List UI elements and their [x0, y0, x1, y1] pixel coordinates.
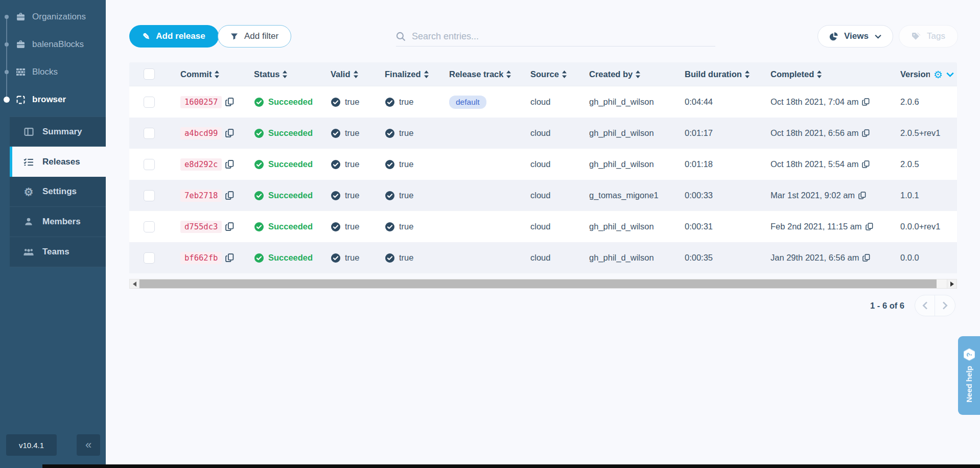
commit-hash[interactable]: 7eb2718 [180, 190, 222, 202]
check-circle-icon [331, 159, 341, 170]
check-circle-icon [254, 253, 264, 263]
table-row[interactable]: bf662fb Succeeded true true cloud gh_phi… [129, 242, 957, 273]
sort-icon [506, 71, 511, 78]
tree-dot [5, 42, 9, 46]
app-menu: Summary Releases ⚙ Settings Members [10, 116, 106, 267]
sidebar-item-teams[interactable]: Teams [10, 237, 106, 267]
org-tree: Organizations balenaBlocks Blocks [0, 0, 106, 113]
version-text: 2.0.6 [900, 97, 957, 107]
check-circle-icon [385, 222, 395, 232]
scroll-left-button[interactable] [130, 279, 139, 288]
copy-icon[interactable] [862, 129, 870, 137]
copy-icon[interactable] [862, 160, 870, 168]
copy-icon[interactable] [225, 98, 234, 106]
version-text: 1.0.1 [900, 191, 957, 200]
status-text: Succeeded [268, 159, 313, 169]
row-checkbox[interactable] [144, 252, 155, 264]
scrollbar-thumb[interactable] [139, 279, 937, 288]
copy-icon[interactable] [225, 222, 234, 231]
sidebar-item-settings[interactable]: ⚙ Settings [10, 177, 106, 207]
views-button[interactable]: Views [818, 25, 893, 48]
dashboard-version: v10.4.1 [6, 434, 57, 456]
row-checkbox[interactable] [144, 190, 155, 201]
gear-icon: ⚙ [23, 186, 34, 197]
column-header-created-by[interactable]: Created by [589, 69, 685, 79]
row-checkbox[interactable] [144, 221, 155, 232]
chevron-right-icon [942, 301, 948, 310]
collapse-sidebar-button[interactable]: « [77, 434, 100, 456]
column-header-finalized[interactable]: Finalized [385, 69, 449, 79]
triangle-right-icon [950, 282, 954, 287]
copy-icon[interactable] [225, 160, 234, 169]
sidebar-item-balenablocks[interactable]: balenaBlocks [0, 31, 106, 58]
column-settings-control[interactable]: ⚙ [934, 62, 954, 86]
sidebar-item-label: Members [42, 217, 81, 227]
check-circle-icon [254, 128, 264, 138]
copy-icon[interactable] [858, 192, 866, 199]
table-row[interactable]: a4bcd99 Succeeded true true cloud gh_phi… [129, 118, 957, 149]
row-checkbox[interactable] [144, 128, 155, 139]
table-header-row: Commit Status Valid Finalized Release tr… [129, 62, 957, 86]
sidebar-item-summary[interactable]: Summary [10, 116, 106, 147]
copy-icon[interactable] [866, 223, 873, 230]
sort-icon [282, 71, 288, 78]
column-header-release-track[interactable]: Release track [449, 69, 530, 79]
check-circle-icon [331, 191, 341, 201]
previous-page-button[interactable] [915, 295, 935, 316]
tags-label: Tags [927, 31, 945, 41]
need-help-button[interactable]: Need help ? [958, 336, 980, 415]
sidebar-item-label: Settings [42, 186, 77, 197]
column-header-status[interactable]: Status [254, 69, 331, 79]
column-header-completed[interactable]: Completed [771, 69, 900, 79]
copy-icon[interactable] [862, 98, 870, 106]
completed-text: Oct 18th 2021, 6:56 am [771, 128, 858, 138]
add-filter-button[interactable]: Add filter [218, 25, 291, 48]
table-row[interactable]: 7eb2718 Succeeded true true cloud g_toma… [129, 180, 957, 211]
check-circle-icon [331, 222, 341, 232]
copy-icon[interactable] [862, 254, 870, 262]
select-all-checkbox[interactable] [144, 68, 155, 80]
sort-icon [562, 71, 567, 78]
tags-button[interactable]: Tags [899, 25, 958, 48]
created-by-text: gh_phil_d_wilson [589, 159, 685, 169]
table-row[interactable]: 1600257 Succeeded true true default clou… [129, 86, 957, 118]
finalized-text: true [399, 128, 413, 138]
row-checkbox[interactable] [144, 159, 155, 170]
row-checkbox[interactable] [144, 97, 155, 108]
next-page-button[interactable] [935, 295, 955, 316]
commit-hash[interactable]: 1600257 [180, 96, 222, 108]
filter-funnel-icon [230, 33, 238, 40]
pagination: 1 - 6 of 6 [870, 295, 955, 316]
status-text: Succeeded [268, 253, 313, 263]
copy-icon[interactable] [225, 191, 234, 200]
check-circle-icon [331, 97, 341, 107]
copy-icon[interactable] [225, 253, 234, 262]
tree-dot [5, 70, 9, 74]
column-header-build-duration[interactable]: Build duration [685, 69, 771, 79]
sidebar-item-releases[interactable]: Releases [10, 147, 106, 177]
completed-text: Mar 1st 2021, 9:02 am [771, 191, 855, 200]
scroll-right-button[interactable] [947, 279, 956, 288]
add-release-button[interactable]: ✎ Add release [129, 25, 219, 48]
copy-icon[interactable] [225, 129, 234, 137]
search-icon [396, 32, 406, 41]
column-header-source[interactable]: Source [530, 69, 589, 79]
column-header-valid[interactable]: Valid [331, 69, 385, 79]
sidebar-item-blocks[interactable]: Blocks [0, 58, 106, 86]
commit-hash[interactable]: d755dc3 [180, 221, 222, 233]
briefcase-icon [16, 40, 25, 49]
sidebar-item-members[interactable]: Members [10, 207, 106, 237]
horizontal-scrollbar[interactable] [129, 279, 957, 289]
commit-hash[interactable]: bf662fb [180, 252, 222, 264]
sidebar-item-organizations[interactable]: Organizations [0, 3, 106, 31]
pagination-range-label: 1 - 6 of 6 [870, 301, 904, 311]
column-header-commit[interactable]: Commit [180, 69, 254, 79]
commit-hash[interactable]: e8d292c [180, 158, 222, 171]
search-input[interactable] [412, 31, 715, 42]
teams-icon [23, 248, 34, 256]
commit-hash[interactable]: a4bcd99 [180, 127, 222, 139]
table-row[interactable]: e8d292c Succeeded true true cloud gh_phi… [129, 149, 957, 180]
sidebar-item-browser[interactable]: browser [0, 86, 106, 113]
releases-table: Commit Status Valid Finalized Release tr… [129, 62, 957, 273]
table-row[interactable]: d755dc3 Succeeded true true cloud gh_phi… [129, 211, 957, 242]
